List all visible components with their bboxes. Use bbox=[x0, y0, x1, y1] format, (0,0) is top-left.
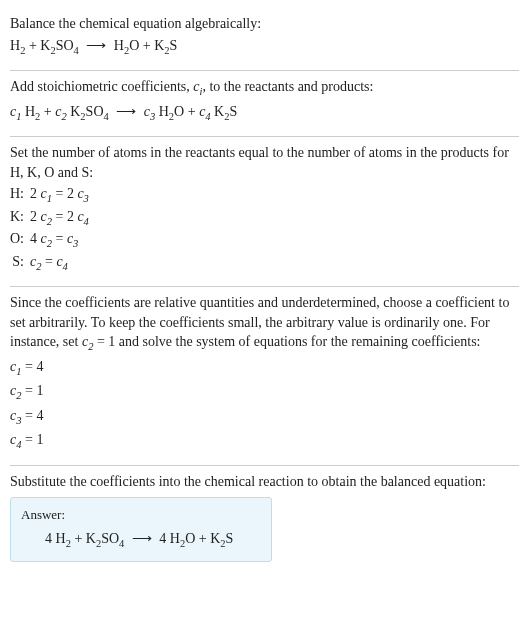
element-label: O: bbox=[10, 229, 30, 251]
balance-equation: 4 c2 = c3 bbox=[30, 229, 93, 251]
balance-equation: 2 c1 = 2 c3 bbox=[30, 184, 93, 206]
balance-row: H:2 c1 = 2 c3 bbox=[10, 184, 93, 206]
reaction-arrow-icon: ⟶ bbox=[128, 529, 156, 549]
plus-sign: + bbox=[40, 104, 55, 119]
section-prompt: Balance the chemical equation algebraica… bbox=[10, 8, 519, 71]
element-label: H: bbox=[10, 184, 30, 206]
unbalanced-equation: H2 + K2SO4 ⟶ H2O + K2S bbox=[10, 36, 519, 58]
species-h2: H2 bbox=[25, 104, 40, 119]
section-solve: Since the coefficients are relative quan… bbox=[10, 287, 519, 466]
species-h2o: H2O bbox=[159, 104, 185, 119]
reactant-h2: H2 bbox=[10, 38, 25, 53]
species-k2so4: K2SO4 bbox=[86, 531, 125, 546]
reaction-arrow-icon: ⟶ bbox=[82, 36, 110, 56]
section-atom-balance: Set the number of atoms in the reactants… bbox=[10, 137, 519, 287]
species-k2s: K2S bbox=[210, 531, 233, 546]
section-add-coefficients: Add stoichiometric coefficients, ci, to … bbox=[10, 71, 519, 137]
element-label: K: bbox=[10, 207, 30, 229]
section-answer: Substitute the coefficients into the che… bbox=[10, 466, 519, 572]
product-h2o: H2O bbox=[114, 38, 140, 53]
plus-sign: + bbox=[71, 531, 86, 546]
species-k2s: K2S bbox=[214, 104, 237, 119]
balance-equations-table: H:2 c1 = 2 c3K:2 c2 = 2 c4O:4 c2 = c3S:c… bbox=[10, 184, 93, 274]
plus-sign: + bbox=[195, 531, 210, 546]
coef-4: 4 bbox=[45, 531, 56, 546]
plus-sign: + bbox=[184, 104, 199, 119]
balance-row: K:2 c2 = 2 c4 bbox=[10, 207, 93, 229]
coef-c2: c2 bbox=[55, 104, 66, 119]
species-k2so4: K2SO4 bbox=[70, 104, 109, 119]
reactant-k2so4: K2SO4 bbox=[40, 38, 79, 53]
balanced-equation: 4 H2 + K2SO4 ⟶ 4 H2O + K2S bbox=[21, 529, 261, 551]
answer-box: Answer: 4 H2 + K2SO4 ⟶ 4 H2O + K2S bbox=[10, 497, 272, 562]
product-k2s: K2S bbox=[154, 38, 177, 53]
balance-equation: c2 = c4 bbox=[30, 252, 93, 274]
solution-line: c4 = 1 bbox=[10, 430, 519, 452]
species-h2: H2 bbox=[56, 531, 71, 546]
coefficient-equation: c1 H2 + c2 K2SO4 ⟶ c3 H2O + c4 K2S bbox=[10, 102, 519, 124]
set-coef: c2 bbox=[82, 334, 93, 349]
coef-4: 4 bbox=[159, 531, 170, 546]
answer-label: Answer: bbox=[21, 506, 261, 524]
instruction-text: Since the coefficients are relative quan… bbox=[10, 293, 519, 355]
balance-row: O:4 c2 = c3 bbox=[10, 229, 93, 251]
instruction-text: Set the number of atoms in the reactants… bbox=[10, 143, 519, 182]
element-label: S: bbox=[10, 252, 30, 274]
solution-line: c2 = 1 bbox=[10, 381, 519, 403]
balance-row: S:c2 = c4 bbox=[10, 252, 93, 274]
coef-c3: c3 bbox=[144, 104, 155, 119]
plus-sign: + bbox=[139, 38, 154, 53]
coef-c4: c4 bbox=[199, 104, 210, 119]
species-h2o: H2O bbox=[170, 531, 196, 546]
solution-line: c1 = 4 bbox=[10, 357, 519, 379]
instruction-text: Substitute the coefficients into the che… bbox=[10, 472, 519, 492]
instruction-text: Add stoichiometric coefficients, ci, to … bbox=[10, 77, 519, 99]
solution-line: c3 = 4 bbox=[10, 406, 519, 428]
solution-list: c1 = 4c2 = 1c3 = 4c4 = 1 bbox=[10, 357, 519, 453]
balance-equation: 2 c2 = 2 c4 bbox=[30, 207, 93, 229]
coef-c1: c1 bbox=[10, 104, 21, 119]
plus-sign: + bbox=[25, 38, 40, 53]
prompt-text: Balance the chemical equation algebraica… bbox=[10, 14, 519, 34]
reaction-arrow-icon: ⟶ bbox=[112, 102, 140, 122]
